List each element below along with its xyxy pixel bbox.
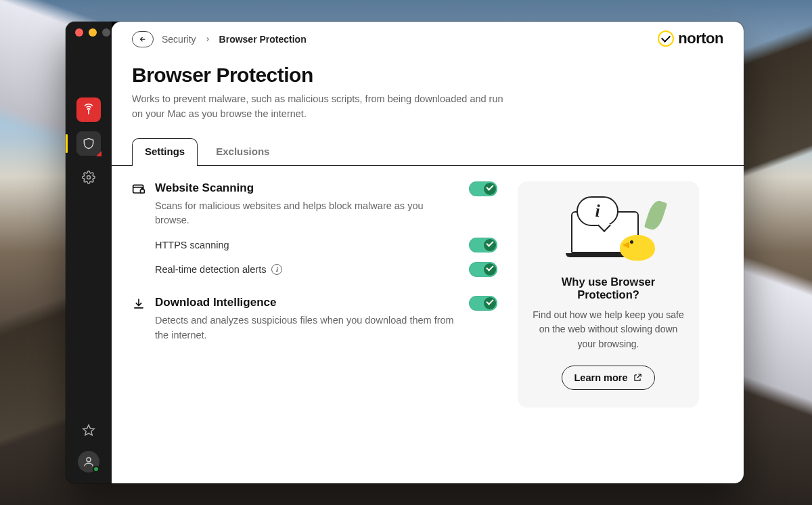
- account-button[interactable]: [78, 451, 99, 473]
- sidebar-item-settings[interactable]: [76, 165, 101, 190]
- tabs: Settings Exclusions: [112, 138, 744, 165]
- info-card-title: Why use Browser Protection?: [533, 276, 684, 301]
- fullscreen-window-button[interactable]: [102, 28, 110, 37]
- arrow-left-icon: [138, 35, 148, 43]
- sub-setting-https: HTTPS scanning: [155, 238, 497, 252]
- star-icon: [82, 424, 95, 437]
- setting-download-intelligence: Download Intelligence Detects and analyz…: [132, 296, 497, 343]
- close-window-button[interactable]: [75, 28, 83, 37]
- chevron-right-icon: [204, 34, 211, 45]
- user-icon: [83, 456, 95, 468]
- brand-name: norton: [678, 30, 723, 47]
- page-title: Browser Protection: [132, 64, 723, 87]
- sidebar-item-security[interactable]: [76, 131, 101, 156]
- main-content: Security Browser Protection norton Brows…: [112, 22, 744, 483]
- norton-check-icon: [658, 30, 674, 47]
- svg-point-0: [87, 176, 91, 179]
- status-dot-icon: [93, 466, 99, 473]
- info-illustration: i: [558, 199, 659, 263]
- page-description: Works to prevent malware, such as malici…: [132, 92, 511, 122]
- sidebar-item-favorites[interactable]: [76, 418, 101, 443]
- brand-logo: norton: [658, 30, 723, 47]
- setting-desc: Scans for malicious websites and helps b…: [155, 199, 459, 229]
- toggle-https-scanning[interactable]: [469, 238, 497, 252]
- window-controls: [75, 28, 110, 37]
- settings-panel: Website Scanning Scans for malicious web…: [132, 181, 497, 464]
- sidebar: [66, 22, 112, 483]
- gear-icon: [82, 171, 95, 184]
- antenna-icon: [82, 103, 95, 116]
- app-window: Security Browser Protection norton Brows…: [66, 22, 744, 483]
- setting-title: Website Scanning: [155, 181, 459, 195]
- back-button[interactable]: [132, 31, 154, 47]
- shield-icon: [82, 137, 95, 150]
- tab-settings[interactable]: Settings: [132, 138, 198, 165]
- sub-setting-realtime: Real-time detection alerts i: [155, 262, 497, 277]
- tab-divider: [112, 165, 744, 167]
- svg-rect-3: [141, 190, 145, 193]
- toggle-download-intelligence[interactable]: [469, 296, 497, 311]
- learn-more-button[interactable]: Learn more: [562, 366, 656, 390]
- external-link-icon: [633, 373, 642, 382]
- learn-more-label: Learn more: [574, 372, 628, 383]
- breadcrumb-parent[interactable]: Security: [162, 34, 196, 45]
- breadcrumb: Security Browser Protection: [132, 31, 723, 47]
- breadcrumb-current: Browser Protection: [219, 34, 307, 45]
- toggle-website-scanning[interactable]: [469, 181, 497, 196]
- browser-lock-icon: [132, 183, 145, 196]
- alert-indicator-icon: [96, 151, 102, 156]
- svg-point-1: [87, 458, 91, 462]
- download-icon: [132, 297, 145, 311]
- setting-desc: Detects and analyzes suspicious files wh…: [155, 313, 459, 343]
- setting-title: Download Intelligence: [155, 296, 459, 309]
- toggle-realtime-alerts[interactable]: [469, 262, 497, 277]
- minimize-window-button[interactable]: [89, 28, 97, 37]
- tab-exclusions[interactable]: Exclusions: [203, 138, 282, 165]
- sub-setting-label: Real-time detection alerts: [155, 264, 266, 275]
- info-card: i Why use Browser Protection? Find out h…: [518, 181, 699, 408]
- sidebar-item-alerts[interactable]: [76, 97, 101, 122]
- sub-setting-label: HTTPS scanning: [155, 240, 229, 250]
- info-card-text: Find out how we help keep you safe on th…: [533, 308, 684, 352]
- header: Security Browser Protection norton: [112, 22, 744, 47]
- info-icon[interactable]: i: [271, 264, 282, 275]
- setting-website-scanning: Website Scanning Scans for malicious web…: [132, 181, 497, 278]
